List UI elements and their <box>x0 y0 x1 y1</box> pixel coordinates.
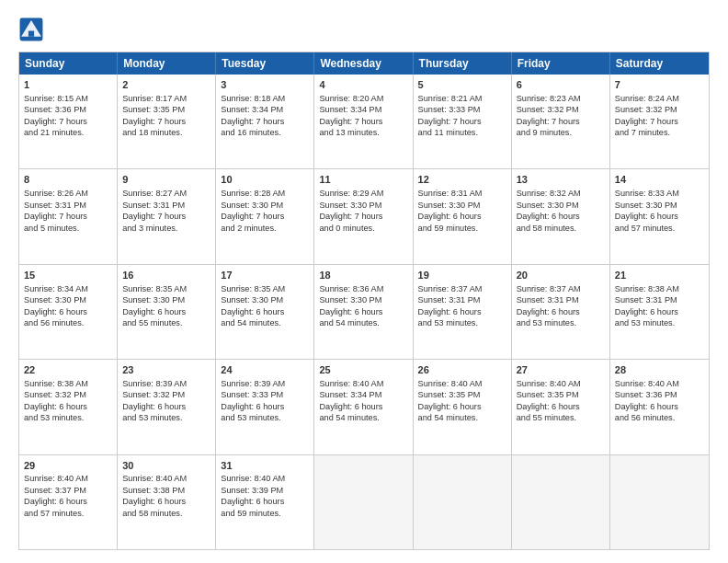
day-number: 30 <box>122 459 210 473</box>
day-info-line-3: and 18 minutes. <box>122 127 210 138</box>
day-info-line-0: Sunrise: 8:40 AM <box>122 473 210 484</box>
calendar-row-2: 8Sunrise: 8:26 AMSunset: 3:31 PMDaylight… <box>19 168 709 263</box>
day-info-line-0: Sunrise: 8:17 AM <box>122 93 210 104</box>
calendar-header: SundayMondayTuesdayWednesdayThursdayFrid… <box>19 52 709 75</box>
header-day-saturday: Saturday <box>610 52 709 75</box>
day-info-line-0: Sunrise: 8:40 AM <box>24 473 112 484</box>
day-info-line-3: and 55 minutes. <box>122 317 210 328</box>
header-day-tuesday: Tuesday <box>216 52 314 75</box>
header-day-monday: Monday <box>118 52 216 75</box>
day-cell-26: 26Sunrise: 8:40 AMSunset: 3:35 PMDayligh… <box>414 360 512 454</box>
day-info-line-3: and 53 minutes. <box>517 317 605 328</box>
day-number: 27 <box>517 363 605 377</box>
day-info-line-1: Sunset: 3:34 PM <box>221 104 309 115</box>
day-info-line-1: Sunset: 3:33 PM <box>418 104 506 115</box>
day-info-line-0: Sunrise: 8:18 AM <box>221 93 309 104</box>
calendar-body: 1Sunrise: 8:15 AMSunset: 3:36 PMDaylight… <box>19 75 709 549</box>
day-info-line-2: Daylight: 6 hours <box>418 306 506 317</box>
day-number: 6 <box>517 78 605 92</box>
day-info-line-0: Sunrise: 8:35 AM <box>221 283 309 294</box>
day-number: 31 <box>221 459 309 473</box>
day-info-line-3: and 3 minutes. <box>122 223 210 234</box>
day-info-line-0: Sunrise: 8:38 AM <box>24 378 112 389</box>
day-info-line-2: Daylight: 7 hours <box>24 116 112 127</box>
day-info-line-1: Sunset: 3:36 PM <box>24 104 112 115</box>
day-info-line-2: Daylight: 7 hours <box>517 116 605 127</box>
day-info-line-0: Sunrise: 8:37 AM <box>418 283 506 294</box>
day-info-line-0: Sunrise: 8:40 AM <box>517 378 605 389</box>
day-info-line-1: Sunset: 3:32 PM <box>615 104 704 115</box>
day-info-line-1: Sunset: 3:32 PM <box>24 389 112 400</box>
day-cell-9: 9Sunrise: 8:27 AMSunset: 3:31 PMDaylight… <box>118 169 216 263</box>
day-number: 21 <box>615 269 704 282</box>
page: SundayMondayTuesdayWednesdayThursdayFrid… <box>0 0 728 563</box>
empty-cell <box>512 455 610 549</box>
day-cell-15: 15Sunrise: 8:34 AMSunset: 3:30 PMDayligh… <box>19 265 118 359</box>
day-info-line-0: Sunrise: 8:40 AM <box>221 473 309 484</box>
day-info-line-1: Sunset: 3:35 PM <box>418 389 506 400</box>
day-info-line-0: Sunrise: 8:40 AM <box>615 378 704 389</box>
day-cell-10: 10Sunrise: 8:28 AMSunset: 3:30 PMDayligh… <box>216 169 314 263</box>
empty-cell <box>610 455 709 549</box>
day-info-line-3: and 11 minutes. <box>418 127 506 138</box>
day-number: 26 <box>418 363 506 377</box>
day-info-line-2: Daylight: 6 hours <box>24 401 112 412</box>
day-info-line-3: and 53 minutes. <box>221 412 309 423</box>
day-info-line-1: Sunset: 3:30 PM <box>221 200 309 211</box>
day-cell-28: 28Sunrise: 8:40 AMSunset: 3:36 PMDayligh… <box>610 360 709 454</box>
day-info-line-3: and 7 minutes. <box>615 127 704 138</box>
day-number: 14 <box>615 173 704 187</box>
day-number: 25 <box>319 363 407 377</box>
day-number: 29 <box>24 459 112 473</box>
day-cell-12: 12Sunrise: 8:31 AMSunset: 3:30 PMDayligh… <box>414 169 512 263</box>
day-info-line-2: Daylight: 6 hours <box>517 211 605 222</box>
day-info-line-3: and 54 minutes. <box>418 412 506 423</box>
day-info-line-3: and 54 minutes. <box>319 412 407 423</box>
day-number: 1 <box>24 78 112 92</box>
day-number: 10 <box>221 173 309 187</box>
day-info-line-3: and 57 minutes. <box>615 223 704 234</box>
day-number: 8 <box>24 173 112 187</box>
day-info-line-2: Daylight: 7 hours <box>319 116 407 127</box>
day-info-line-3: and 58 minutes. <box>122 508 210 519</box>
day-info-line-3: and 2 minutes. <box>221 223 309 234</box>
day-info-line-2: Daylight: 6 hours <box>122 496 210 507</box>
day-info-line-0: Sunrise: 8:20 AM <box>319 93 407 104</box>
header-day-friday: Friday <box>512 52 610 75</box>
day-info-line-3: and 16 minutes. <box>221 127 309 138</box>
day-info-line-1: Sunset: 3:31 PM <box>517 294 605 305</box>
day-number: 7 <box>615 78 704 92</box>
day-info-line-3: and 54 minutes. <box>319 317 407 328</box>
day-info-line-2: Daylight: 6 hours <box>221 401 309 412</box>
day-cell-16: 16Sunrise: 8:35 AMSunset: 3:30 PMDayligh… <box>118 265 216 359</box>
day-cell-8: 8Sunrise: 8:26 AMSunset: 3:31 PMDaylight… <box>19 169 118 263</box>
day-cell-1: 1Sunrise: 8:15 AMSunset: 3:36 PMDaylight… <box>19 75 118 168</box>
day-info-line-2: Daylight: 6 hours <box>24 306 112 317</box>
day-info-line-2: Daylight: 6 hours <box>615 401 704 412</box>
logo <box>18 17 48 42</box>
day-info-line-0: Sunrise: 8:40 AM <box>418 378 506 389</box>
logo-icon <box>18 17 44 42</box>
day-info-line-2: Daylight: 6 hours <box>122 306 210 317</box>
day-info-line-3: and 13 minutes. <box>319 127 407 138</box>
day-cell-11: 11Sunrise: 8:29 AMSunset: 3:30 PMDayligh… <box>314 169 413 263</box>
header-day-thursday: Thursday <box>414 52 512 75</box>
day-number: 13 <box>517 173 605 187</box>
day-info-line-0: Sunrise: 8:38 AM <box>615 283 704 294</box>
day-info-line-0: Sunrise: 8:39 AM <box>221 378 309 389</box>
day-number: 22 <box>24 363 112 377</box>
day-number: 3 <box>221 78 309 92</box>
day-cell-18: 18Sunrise: 8:36 AMSunset: 3:30 PMDayligh… <box>314 265 413 359</box>
day-info-line-2: Daylight: 6 hours <box>418 401 506 412</box>
day-info-line-0: Sunrise: 8:35 AM <box>122 283 210 294</box>
day-info-line-3: and 55 minutes. <box>517 412 605 423</box>
day-info-line-0: Sunrise: 8:29 AM <box>319 188 407 199</box>
day-cell-23: 23Sunrise: 8:39 AMSunset: 3:32 PMDayligh… <box>118 360 216 454</box>
day-info-line-2: Daylight: 7 hours <box>122 211 210 222</box>
day-info-line-3: and 59 minutes. <box>418 223 506 234</box>
day-info-line-1: Sunset: 3:31 PM <box>615 294 704 305</box>
day-cell-3: 3Sunrise: 8:18 AMSunset: 3:34 PMDaylight… <box>216 75 314 168</box>
day-info-line-0: Sunrise: 8:15 AM <box>24 93 112 104</box>
day-info-line-3: and 56 minutes. <box>24 317 112 328</box>
day-number: 17 <box>221 269 309 282</box>
